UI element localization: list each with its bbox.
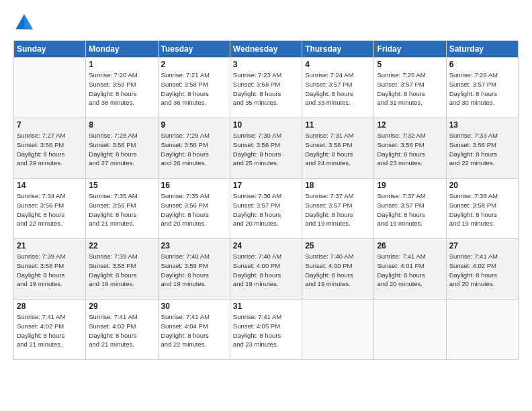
- weekday-header-wednesday: Wednesday: [230, 41, 302, 58]
- calendar-week-row: 7Sunrise: 7:27 AMSunset: 3:56 PMDaylight…: [14, 118, 519, 179]
- weekday-header-thursday: Thursday: [302, 41, 374, 58]
- day-info: Sunrise: 7:32 AMSunset: 3:56 PMDaylight:…: [377, 131, 443, 168]
- calendar-cell: 10Sunrise: 7:30 AMSunset: 3:56 PMDayligh…: [230, 118, 302, 179]
- day-number: 15: [89, 181, 154, 190]
- day-number: 3: [233, 60, 299, 69]
- calendar-cell: 1Sunrise: 7:20 AMSunset: 3:59 PMDaylight…: [86, 58, 158, 118]
- calendar-cell: 13Sunrise: 7:33 AMSunset: 3:56 PMDayligh…: [446, 118, 518, 179]
- calendar-cell: 5Sunrise: 7:25 AMSunset: 3:57 PMDaylight…: [374, 58, 446, 118]
- calendar-week-row: 14Sunrise: 7:34 AMSunset: 3:56 PMDayligh…: [14, 179, 519, 239]
- day-number: 12: [377, 120, 443, 130]
- day-info: Sunrise: 7:31 AMSunset: 3:56 PMDaylight:…: [305, 131, 371, 168]
- calendar-cell: 23Sunrise: 7:40 AMSunset: 3:59 PMDayligh…: [158, 239, 230, 300]
- calendar-cell: 17Sunrise: 7:36 AMSunset: 3:57 PMDayligh…: [230, 179, 302, 239]
- calendar-cell: [302, 300, 374, 360]
- day-number: 18: [305, 181, 371, 190]
- day-number: 7: [17, 120, 83, 130]
- calendar-cell: 28Sunrise: 7:41 AMSunset: 4:02 PMDayligh…: [14, 300, 86, 360]
- calendar-cell: 11Sunrise: 7:31 AMSunset: 3:56 PMDayligh…: [302, 118, 374, 179]
- page: SundayMondayTuesdayWednesdayThursdayFrid…: [0, 0, 532, 411]
- calendar-cell: 16Sunrise: 7:35 AMSunset: 3:56 PMDayligh…: [158, 179, 230, 239]
- day-info: Sunrise: 7:41 AMSunset: 4:04 PMDaylight:…: [161, 312, 227, 349]
- day-number: 16: [161, 181, 227, 190]
- day-number: 9: [161, 120, 227, 130]
- day-info: Sunrise: 7:20 AMSunset: 3:59 PMDaylight:…: [89, 71, 154, 107]
- calendar-cell: 29Sunrise: 7:41 AMSunset: 4:03 PMDayligh…: [86, 300, 158, 360]
- day-info: Sunrise: 7:41 AMSunset: 4:05 PMDaylight:…: [233, 312, 299, 349]
- calendar-cell: 24Sunrise: 7:40 AMSunset: 4:00 PMDayligh…: [230, 239, 302, 300]
- day-number: 19: [377, 181, 443, 190]
- calendar-cell: [374, 300, 446, 360]
- calendar-cell: 20Sunrise: 7:38 AMSunset: 3:58 PMDayligh…: [446, 179, 518, 239]
- day-number: 21: [17, 241, 83, 250]
- calendar-cell: 27Sunrise: 7:41 AMSunset: 4:02 PMDayligh…: [446, 239, 518, 300]
- day-number: 27: [449, 241, 515, 250]
- calendar-cell: 18Sunrise: 7:37 AMSunset: 3:57 PMDayligh…: [302, 179, 374, 239]
- calendar-cell: [446, 300, 518, 360]
- calendar-cell: [14, 58, 86, 118]
- calendar-cell: 2Sunrise: 7:21 AMSunset: 3:58 PMDaylight…: [158, 58, 230, 118]
- calendar-cell: 6Sunrise: 7:26 AMSunset: 3:57 PMDaylight…: [446, 58, 518, 118]
- calendar-cell: 12Sunrise: 7:32 AMSunset: 3:56 PMDayligh…: [374, 118, 446, 179]
- calendar-cell: 21Sunrise: 7:39 AMSunset: 3:58 PMDayligh…: [14, 239, 86, 300]
- day-info: Sunrise: 7:40 AMSunset: 3:59 PMDaylight:…: [161, 252, 227, 289]
- weekday-header-saturday: Saturday: [446, 41, 518, 58]
- calendar-cell: 30Sunrise: 7:41 AMSunset: 4:04 PMDayligh…: [158, 300, 230, 360]
- calendar-cell: 25Sunrise: 7:40 AMSunset: 4:00 PMDayligh…: [302, 239, 374, 300]
- day-info: Sunrise: 7:37 AMSunset: 3:57 PMDaylight:…: [377, 191, 443, 228]
- day-info: Sunrise: 7:28 AMSunset: 3:56 PMDaylight:…: [89, 131, 154, 168]
- day-number: 25: [305, 241, 371, 250]
- day-info: Sunrise: 7:29 AMSunset: 3:56 PMDaylight:…: [161, 131, 227, 168]
- day-number: 22: [89, 241, 154, 250]
- logo-icon: [13, 12, 35, 34]
- calendar-cell: 7Sunrise: 7:27 AMSunset: 3:56 PMDaylight…: [14, 118, 86, 179]
- day-info: Sunrise: 7:38 AMSunset: 3:58 PMDaylight:…: [449, 191, 515, 228]
- day-info: Sunrise: 7:30 AMSunset: 3:56 PMDaylight:…: [233, 131, 299, 168]
- calendar-header-row: SundayMondayTuesdayWednesdayThursdayFrid…: [14, 41, 519, 58]
- calendar-cell: 4Sunrise: 7:24 AMSunset: 3:57 PMDaylight…: [302, 58, 374, 118]
- weekday-header-friday: Friday: [374, 41, 446, 58]
- header: [13, 12, 519, 34]
- day-info: Sunrise: 7:39 AMSunset: 3:58 PMDaylight:…: [17, 252, 83, 289]
- day-number: 8: [89, 120, 154, 130]
- day-number: 13: [449, 120, 515, 130]
- day-info: Sunrise: 7:39 AMSunset: 3:58 PMDaylight:…: [89, 252, 154, 289]
- day-number: 14: [17, 181, 83, 190]
- calendar-cell: 3Sunrise: 7:23 AMSunset: 3:58 PMDaylight…: [230, 58, 302, 118]
- day-info: Sunrise: 7:21 AMSunset: 3:58 PMDaylight:…: [161, 71, 227, 107]
- day-info: Sunrise: 7:41 AMSunset: 4:02 PMDaylight:…: [449, 252, 515, 289]
- day-info: Sunrise: 7:40 AMSunset: 4:00 PMDaylight:…: [305, 252, 371, 289]
- logo: [13, 12, 38, 34]
- day-number: 2: [161, 60, 227, 69]
- day-info: Sunrise: 7:25 AMSunset: 3:57 PMDaylight:…: [377, 71, 443, 107]
- day-info: Sunrise: 7:37 AMSunset: 3:57 PMDaylight:…: [305, 191, 371, 228]
- day-number: 10: [233, 120, 299, 130]
- calendar-cell: 8Sunrise: 7:28 AMSunset: 3:56 PMDaylight…: [86, 118, 158, 179]
- day-info: Sunrise: 7:33 AMSunset: 3:56 PMDaylight:…: [449, 131, 515, 168]
- day-info: Sunrise: 7:23 AMSunset: 3:58 PMDaylight:…: [233, 71, 299, 107]
- day-info: Sunrise: 7:41 AMSunset: 4:03 PMDaylight:…: [89, 312, 154, 349]
- day-number: 1: [89, 60, 154, 69]
- day-info: Sunrise: 7:34 AMSunset: 3:56 PMDaylight:…: [17, 191, 83, 228]
- day-number: 23: [161, 241, 227, 250]
- day-number: 17: [233, 181, 299, 190]
- calendar-week-row: 28Sunrise: 7:41 AMSunset: 4:02 PMDayligh…: [14, 300, 519, 360]
- day-number: 30: [161, 302, 227, 311]
- day-number: 31: [233, 302, 299, 311]
- svg-marker-1: [24, 14, 33, 29]
- day-number: 20: [449, 181, 515, 190]
- day-info: Sunrise: 7:41 AMSunset: 4:01 PMDaylight:…: [377, 252, 443, 289]
- day-number: 6: [449, 60, 515, 69]
- calendar-week-row: 1Sunrise: 7:20 AMSunset: 3:59 PMDaylight…: [14, 58, 519, 118]
- day-number: 4: [305, 60, 371, 69]
- day-number: 24: [233, 241, 299, 250]
- day-info: Sunrise: 7:36 AMSunset: 3:57 PMDaylight:…: [233, 191, 299, 228]
- calendar-cell: 19Sunrise: 7:37 AMSunset: 3:57 PMDayligh…: [374, 179, 446, 239]
- day-info: Sunrise: 7:35 AMSunset: 3:56 PMDaylight:…: [161, 191, 227, 228]
- calendar-cell: 31Sunrise: 7:41 AMSunset: 4:05 PMDayligh…: [230, 300, 302, 360]
- weekday-header-sunday: Sunday: [14, 41, 86, 58]
- day-number: 28: [17, 302, 83, 311]
- calendar-table: SundayMondayTuesdayWednesdayThursdayFrid…: [13, 40, 519, 360]
- day-number: 26: [377, 241, 443, 250]
- day-number: 29: [89, 302, 154, 311]
